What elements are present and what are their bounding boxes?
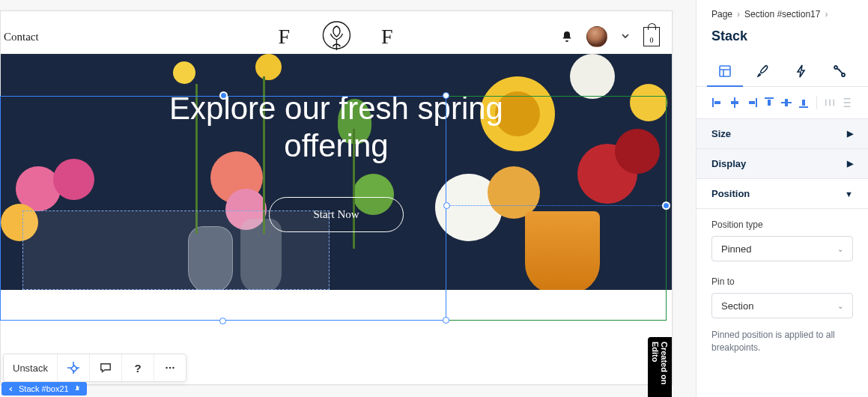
position-type-field: Position type Pinned ⌄ — [696, 209, 868, 266]
position-hint-text: Pinned position is applied to all breakp… — [696, 323, 868, 354]
hero-headline[interactable]: Explore our fresh spring offering — [1, 90, 672, 166]
svg-rect-13 — [749, 101, 755, 104]
size-section-header[interactable]: Size ▶ — [696, 119, 868, 149]
hero-content-stack[interactable]: Explore our fresh spring offering Start … — [1, 90, 672, 232]
position-label: Position — [711, 188, 750, 199]
svg-rect-8 — [712, 98, 714, 107]
pin-to-value: Section — [721, 300, 753, 312]
user-avatar[interactable] — [586, 26, 607, 47]
tab-interactions[interactable] — [788, 56, 815, 86]
svg-rect-22 — [834, 100, 835, 106]
hero-title-line2: offering — [284, 128, 388, 163]
unstack-button[interactable]: Unstack — [4, 354, 58, 381]
align-center-h-button[interactable] — [727, 94, 741, 111]
svg-point-2 — [166, 367, 167, 369]
logo-letter-left: F — [278, 25, 291, 49]
svg-rect-1 — [71, 366, 77, 372]
bag-count: 0 — [650, 36, 654, 46]
svg-rect-11 — [731, 101, 738, 104]
section-handle-right[interactable] — [662, 201, 670, 210]
brush-icon — [756, 64, 770, 78]
created-on-editor-badge: Created on Edito — [648, 337, 672, 397]
pin-to-label: Pin to — [711, 276, 853, 287]
svg-rect-23 — [844, 98, 851, 100]
svg-rect-14 — [765, 97, 774, 99]
resize-handle-top[interactable] — [219, 91, 228, 100]
breadcrumb-sep-icon: › — [825, 9, 828, 19]
hero-section[interactable]: Explore our fresh spring offering Start … — [1, 54, 672, 290]
alignment-controls — [696, 87, 868, 119]
breadcrumb-section[interactable]: Section #section17 — [744, 9, 820, 19]
breadcrumb-page[interactable]: Page — [711, 9, 732, 19]
svg-rect-24 — [844, 102, 851, 103]
svg-rect-20 — [825, 100, 827, 106]
notification-bell-icon[interactable] — [561, 31, 573, 43]
svg-rect-5 — [720, 66, 730, 76]
site-header: Contact F F — [1, 20, 672, 54]
tab-code[interactable] — [826, 56, 853, 86]
user-menu-chevron-icon[interactable] — [621, 31, 630, 43]
pin-icon — [73, 385, 81, 393]
tag-chevron-icon — [7, 386, 14, 393]
tab-layout[interactable] — [711, 56, 738, 86]
shopping-bag-icon[interactable]: 0 — [643, 27, 660, 46]
page-preview: Contact F F — [0, 10, 673, 385]
inspector-tabs — [696, 56, 868, 87]
more-icon — [163, 361, 177, 375]
svg-point-3 — [169, 367, 171, 369]
distribute-h-button[interactable] — [823, 94, 837, 111]
connector-icon — [833, 64, 846, 78]
position-type-select[interactable]: Pinned ⌄ — [711, 236, 853, 261]
nav-link-contact[interactable]: Contact — [4, 31, 39, 43]
breadcrumb-sep-icon: › — [737, 9, 740, 19]
inspector-panel: Page › Section #section17 › Stack — [696, 0, 868, 397]
resize-handle-top-right[interactable] — [443, 92, 449, 99]
comment-icon — [99, 361, 112, 375]
align-center-v-button[interactable] — [779, 94, 793, 111]
more-actions-button[interactable] — [154, 354, 186, 381]
help-button[interactable]: ? — [122, 354, 154, 381]
logo-flower-icon — [320, 20, 353, 53]
align-right-button[interactable] — [744, 94, 759, 111]
stack-direction-button[interactable] — [58, 354, 90, 381]
position-section-header[interactable]: Position ▼ — [696, 179, 868, 209]
resize-handle-right[interactable] — [443, 202, 450, 209]
svg-rect-25 — [844, 106, 851, 107]
svg-point-6 — [834, 66, 837, 69]
svg-rect-18 — [799, 106, 808, 108]
help-icon: ? — [131, 361, 145, 375]
display-section-header[interactable]: Display ▶ — [696, 149, 868, 179]
unstack-label: Unstack — [13, 363, 48, 374]
chevron-down-icon: ▼ — [845, 190, 853, 198]
distribute-v-button[interactable] — [840, 94, 855, 111]
pin-to-select[interactable]: Section ⌄ — [711, 293, 853, 318]
svg-rect-15 — [768, 100, 771, 106]
chevron-right-icon: ▶ — [847, 159, 853, 169]
align-left-button[interactable] — [710, 94, 724, 111]
align-top-button[interactable] — [762, 94, 776, 111]
tab-design[interactable] — [750, 56, 777, 86]
layout-icon — [718, 64, 732, 78]
comment-button[interactable] — [90, 354, 122, 381]
svg-rect-21 — [830, 100, 831, 106]
svg-point-4 — [172, 367, 174, 369]
position-type-label: Position type — [711, 219, 853, 230]
pin-to-field: Pin to Section ⌄ — [696, 266, 868, 323]
svg-rect-19 — [802, 100, 805, 106]
selection-tag[interactable]: Stack #box21 — [1, 382, 87, 396]
svg-rect-9 — [714, 101, 720, 104]
resize-handle-bottom[interactable] — [219, 318, 226, 324]
select-chevron-icon: ⌄ — [837, 245, 843, 253]
resize-handle-bottom-right[interactable] — [443, 317, 449, 324]
svg-rect-17 — [785, 99, 788, 106]
display-label: Display — [711, 158, 746, 169]
breadcrumb: Page › Section #section17 › — [696, 0, 868, 25]
lightning-icon — [795, 64, 808, 78]
size-label: Size — [711, 128, 731, 139]
selection-tag-label: Stack #box21 — [19, 384, 69, 393]
align-bottom-button[interactable] — [796, 94, 810, 111]
svg-rect-12 — [756, 98, 757, 107]
site-logo[interactable]: F F — [278, 20, 394, 53]
select-chevron-icon: ⌄ — [837, 302, 843, 310]
hero-cta-button[interactable]: Start Now — [269, 197, 403, 232]
